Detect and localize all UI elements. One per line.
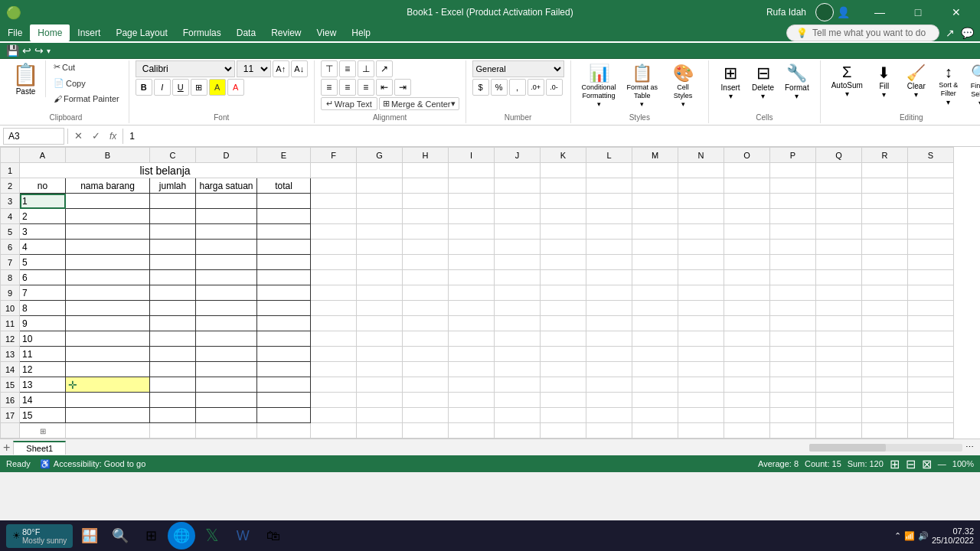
edge-button[interactable]: 🌐: [168, 522, 195, 549]
cell[interactable]: [770, 377, 816, 393]
cell[interactable]: [449, 408, 495, 423]
fill-button[interactable]: ⬇ Fill ▾: [869, 60, 900, 102]
cell[interactable]: [196, 377, 257, 393]
clock[interactable]: 07.32 25/10/2022: [932, 527, 974, 545]
italic-button[interactable]: I: [154, 79, 171, 96]
cell[interactable]: [449, 393, 495, 408]
user-name[interactable]: Rufa Idah: [766, 7, 806, 18]
cell[interactable]: 8: [20, 301, 66, 316]
cell[interactable]: [816, 270, 862, 285]
cell[interactable]: [816, 393, 862, 408]
cell[interactable]: [632, 240, 678, 255]
col-header-C[interactable]: C: [150, 148, 196, 163]
cell[interactable]: [403, 316, 449, 331]
cell[interactable]: [541, 209, 586, 224]
cell[interactable]: [66, 393, 150, 408]
qa-dropdown-icon[interactable]: ▾: [47, 47, 51, 55]
cell[interactable]: [632, 163, 678, 178]
cell[interactable]: [908, 255, 954, 270]
cell[interactable]: [196, 194, 257, 209]
cell[interactable]: [196, 255, 257, 270]
formula-input[interactable]: [126, 128, 977, 145]
formula-cancel-button[interactable]: ✕: [71, 130, 86, 142]
bold-button[interactable]: B: [136, 79, 152, 96]
cell[interactable]: [357, 240, 403, 255]
cell[interactable]: [724, 331, 770, 347]
cell[interactable]: [541, 194, 586, 209]
cell[interactable]: [257, 209, 311, 224]
cell[interactable]: [66, 362, 150, 377]
add-sheet-button[interactable]: +: [3, 441, 10, 455]
cell[interactable]: [908, 423, 954, 439]
cell[interactable]: [586, 331, 632, 347]
cell[interactable]: [196, 393, 257, 408]
cell[interactable]: [311, 285, 357, 301]
align-middle-button[interactable]: ≡: [339, 60, 356, 77]
cell[interactable]: [449, 240, 495, 255]
cell[interactable]: [770, 194, 816, 209]
cell[interactable]: [495, 347, 541, 362]
cell[interactable]: [632, 347, 678, 362]
cell[interactable]: [449, 209, 495, 224]
cell[interactable]: [196, 285, 257, 301]
maximize-button[interactable]: □: [900, 0, 936, 24]
align-top-button[interactable]: ⊤: [321, 60, 338, 77]
cell[interactable]: [66, 240, 150, 255]
cell[interactable]: [816, 377, 862, 393]
cell[interactable]: [257, 194, 311, 209]
menu-help[interactable]: Help: [344, 24, 378, 41]
cell[interactable]: [862, 423, 908, 439]
cell[interactable]: [311, 270, 357, 285]
cell[interactable]: [816, 285, 862, 301]
cell[interactable]: [449, 377, 495, 393]
cell[interactable]: [586, 393, 632, 408]
cell[interactable]: [196, 240, 257, 255]
fill-color-button[interactable]: A: [209, 79, 226, 96]
merge-dropdown-icon[interactable]: ▾: [451, 99, 456, 109]
share-icon[interactable]: ↗: [946, 27, 955, 39]
cell[interactable]: [632, 377, 678, 393]
increase-decimal-button[interactable]: .0+: [528, 79, 544, 96]
store-button[interactable]: 🛍: [260, 522, 287, 549]
cell[interactable]: [495, 393, 541, 408]
cell[interactable]: [541, 301, 586, 316]
font-increase-button[interactable]: A↑: [273, 60, 289, 77]
cell[interactable]: [770, 285, 816, 301]
cell[interactable]: [196, 209, 257, 224]
cell[interactable]: [678, 163, 724, 178]
cell[interactable]: [257, 316, 311, 331]
cell[interactable]: [908, 316, 954, 331]
cell[interactable]: [862, 316, 908, 331]
comma-button[interactable]: ,: [509, 79, 526, 96]
col-header-S[interactable]: S: [908, 148, 954, 163]
cell[interactable]: [586, 423, 632, 439]
cell[interactable]: [678, 255, 724, 270]
cell[interactable]: [495, 316, 541, 331]
font-size-select[interactable]: 11: [237, 60, 271, 77]
cell[interactable]: [196, 408, 257, 423]
cell[interactable]: [357, 423, 403, 439]
save-qa-icon[interactable]: 💾: [6, 44, 19, 57]
font-color-button[interactable]: A: [227, 79, 244, 96]
cell-reference-box[interactable]: A3: [3, 128, 64, 145]
conditional-formatting-button[interactable]: 📊 ConditionalFormatting ▾: [577, 60, 621, 111]
cell[interactable]: [311, 209, 357, 224]
cell[interactable]: [66, 423, 150, 439]
cell[interactable]: [449, 316, 495, 331]
find-select-button[interactable]: 🔍 Find &Select ▾: [965, 60, 980, 110]
cell[interactable]: 12: [20, 362, 66, 377]
tell-me-input[interactable]: 💡 Tell me what you want to do: [786, 24, 939, 41]
cell[interactable]: [150, 316, 196, 331]
cell[interactable]: [862, 393, 908, 408]
cell[interactable]: [257, 331, 311, 347]
format-button[interactable]: 🔧 Format ▾: [780, 60, 814, 103]
cell[interactable]: [816, 423, 862, 439]
cell[interactable]: [632, 393, 678, 408]
cell[interactable]: [495, 377, 541, 393]
cell[interactable]: [632, 255, 678, 270]
cell[interactable]: [816, 163, 862, 178]
cell[interactable]: [403, 240, 449, 255]
cell[interactable]: [196, 301, 257, 316]
cell[interactable]: [586, 301, 632, 316]
undo-icon[interactable]: ↩: [22, 44, 31, 57]
